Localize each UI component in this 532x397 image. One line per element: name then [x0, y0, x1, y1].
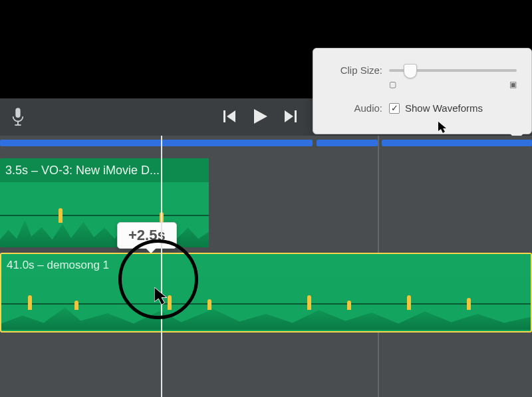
waveform-peak-icon: [347, 301, 351, 310]
clip-size-slider[interactable]: ▢ ▣: [389, 69, 517, 72]
play-button[interactable]: [251, 108, 269, 125]
clip-label: 41.0s – demosong 1: [1, 254, 531, 277]
tooltip-text: +2.5s: [128, 227, 166, 243]
show-waveforms-checkbox[interactable]: ✓: [389, 103, 400, 114]
slider-thumb[interactable]: [404, 64, 417, 78]
waveform-peak-icon: [28, 295, 32, 310]
cursor-icon: [154, 287, 169, 309]
audio-clip-demosong[interactable]: 41.0s – demosong 1: [0, 253, 532, 332]
waveform-peak-icon: [74, 301, 78, 310]
next-button[interactable]: [283, 109, 297, 124]
video-track-segment[interactable]: [382, 140, 532, 146]
svg-rect-3: [223, 110, 225, 122]
thumbnail-large-icon: ▣: [509, 80, 517, 89]
svg-rect-0: [15, 108, 20, 118]
previous-button[interactable]: [223, 109, 237, 124]
waveform-peak-icon: [207, 299, 211, 310]
clip-waveform-area[interactable]: [0, 182, 209, 247]
clip-size-label: Clip Size:: [328, 65, 382, 76]
time-offset-tooltip: +2.5s: [117, 222, 177, 249]
svg-marker-4: [227, 110, 235, 122]
playhead[interactable]: [161, 136, 162, 397]
waveform-peak-icon: [59, 208, 63, 223]
svg-marker-9: [154, 287, 167, 305]
waveform-peak-icon: [467, 298, 471, 310]
video-track-segment[interactable]: [317, 140, 378, 146]
timeline-settings-popover: Clip Size: ▢ ▣ Audio: ✓ Show Waveforms: [313, 48, 532, 134]
microphone-icon[interactable]: [11, 108, 25, 128]
svg-rect-7: [295, 110, 297, 122]
svg-marker-8: [438, 122, 446, 133]
svg-marker-6: [285, 110, 293, 122]
audio-label: Audio:: [328, 102, 382, 114]
waveform-peak-icon: [407, 295, 411, 310]
waveform-peak-icon: [307, 295, 311, 310]
video-track-segment[interactable]: [0, 140, 313, 146]
clip-waveform-area[interactable]: [1, 277, 531, 330]
waveform-midline: [1, 303, 531, 305]
waveform-midline: [0, 215, 209, 216]
svg-marker-5: [254, 109, 267, 124]
clip-label: 3.5s – VO-3: New iMovie D...: [0, 158, 209, 182]
timeline[interactable]: 3.5s – VO-3: New iMovie D... 41.0s – dem…: [0, 136, 532, 397]
thumbnail-small-icon: ▢: [389, 80, 396, 89]
playback-controls: [223, 108, 297, 125]
show-waveforms-label: Show Waveforms: [405, 102, 483, 114]
cursor-icon: [438, 122, 448, 136]
audio-clip-vo[interactable]: 3.5s – VO-3: New iMovie D...: [0, 158, 209, 247]
